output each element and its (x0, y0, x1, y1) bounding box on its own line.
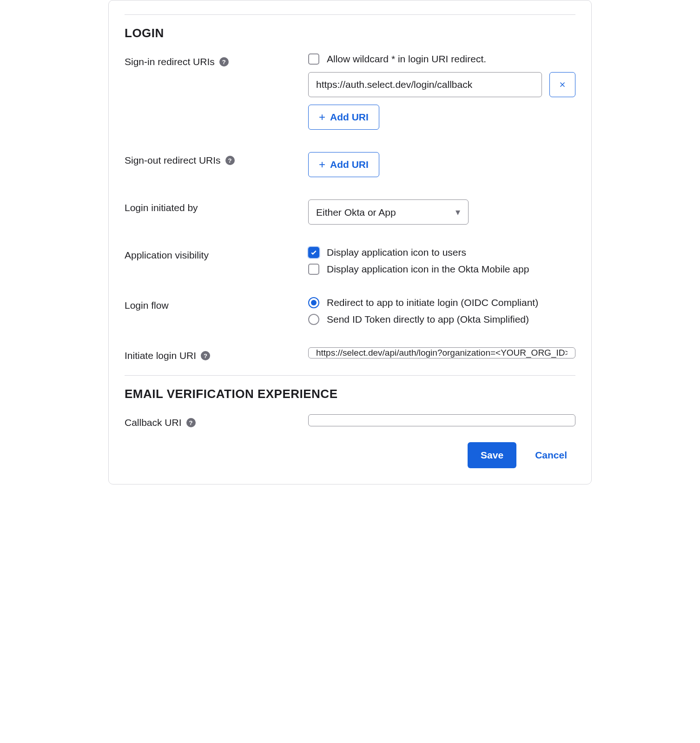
sign-in-uri-input[interactable] (308, 72, 542, 97)
help-icon[interactable]: ? (186, 418, 196, 427)
sign-out-redirect-controls: + Add URI (308, 152, 575, 177)
add-uri-label: Add URI (330, 159, 369, 170)
display-users-checkbox[interactable] (308, 247, 319, 258)
help-icon[interactable]: ? (225, 156, 235, 165)
callback-uri-label-col: Callback URI ? (125, 414, 308, 428)
login-initiated-label: Login initiated by (125, 202, 198, 213)
login-flow-controls: Redirect to app to initiate login (OIDC … (308, 297, 575, 325)
help-icon[interactable]: ? (219, 57, 229, 66)
login-flow-label-col: Login flow (125, 297, 308, 311)
login-flow-token-row: Send ID Token directly to app (Okta Simp… (308, 314, 575, 325)
callback-uri-label: Callback URI (125, 417, 182, 428)
add-sign-out-uri-button[interactable]: + Add URI (308, 152, 379, 177)
remove-uri-button[interactable] (549, 72, 575, 97)
plus-icon: + (319, 112, 325, 123)
login-initiated-select-wrap: Either Okta or App ▾ (308, 199, 469, 225)
save-button[interactable]: Save (468, 442, 516, 468)
allow-wildcard-row: Allow wildcard * in login URI redirect. (308, 53, 575, 65)
login-initiated-select[interactable]: Either Okta or App (308, 199, 469, 225)
app-visibility-label: Application visibility (125, 250, 209, 261)
login-flow-token-label: Send ID Token directly to app (Okta Simp… (327, 314, 529, 325)
initiate-login-label-col: Initiate login URI ? (125, 347, 308, 361)
display-users-label: Display application icon to users (327, 247, 466, 258)
initiate-login-row: Initiate login URI ? (125, 347, 575, 361)
sign-in-uri-row (308, 72, 575, 97)
sign-out-redirect-row: Sign-out redirect URIs ? + Add URI (125, 152, 575, 177)
close-icon (558, 80, 567, 89)
add-sign-in-uri-button[interactable]: + Add URI (308, 105, 379, 130)
allow-wildcard-checkbox[interactable] (308, 53, 319, 65)
login-initiated-row: Login initiated by Either Okta or App ▾ (125, 199, 575, 225)
display-users-row: Display application icon to users (308, 247, 575, 258)
login-flow-redirect-label: Redirect to app to initiate login (OIDC … (327, 297, 538, 308)
login-flow-redirect-radio[interactable] (308, 297, 319, 308)
email-verification-section-title: EMAIL VERIFICATION EXPERIENCE (125, 387, 575, 401)
sign-in-redirect-controls: Allow wildcard * in login URI redirect. … (308, 53, 575, 130)
sign-in-redirect-label: Sign-in redirect URIs (125, 56, 215, 67)
allow-wildcard-label: Allow wildcard * in login URI redirect. (327, 53, 486, 65)
display-mobile-label: Display application icon in the Okta Mob… (327, 264, 529, 275)
initiate-login-input[interactable] (308, 347, 575, 358)
display-mobile-row: Display application icon in the Okta Mob… (308, 264, 575, 275)
app-visibility-row: Application visibility Display applicati… (125, 247, 575, 275)
login-initiated-controls: Either Okta or App ▾ (308, 199, 575, 225)
login-section-title: LOGIN (125, 26, 575, 40)
cancel-button[interactable]: Cancel (535, 450, 575, 461)
login-flow-redirect-row: Redirect to app to initiate login (OIDC … (308, 297, 575, 308)
section-divider (125, 375, 575, 376)
callback-uri-input[interactable] (308, 414, 575, 426)
help-icon[interactable]: ? (201, 351, 210, 360)
check-icon (310, 249, 317, 256)
callback-uri-row: Callback URI ? (125, 414, 575, 428)
display-mobile-checkbox[interactable] (308, 264, 319, 275)
add-uri-label: Add URI (330, 112, 369, 123)
login-flow-row: Login flow Redirect to app to initiate l… (125, 297, 575, 325)
app-visibility-controls: Display application icon to users Displa… (308, 247, 575, 275)
login-initiated-label-col: Login initiated by (125, 199, 308, 213)
login-flow-label: Login flow (125, 300, 169, 311)
app-visibility-label-col: Application visibility (125, 247, 308, 261)
settings-panel: LOGIN Sign-in redirect URIs ? Allow wild… (108, 0, 592, 484)
plus-icon: + (319, 159, 325, 170)
section-divider (125, 14, 575, 15)
sign-in-redirect-row: Sign-in redirect URIs ? Allow wildcard *… (125, 53, 575, 130)
form-footer: Save Cancel (125, 442, 575, 468)
sign-in-redirect-label-col: Sign-in redirect URIs ? (125, 53, 308, 67)
callback-uri-controls (308, 414, 575, 426)
login-flow-token-radio[interactable] (308, 314, 319, 325)
sign-out-redirect-label: Sign-out redirect URIs (125, 155, 221, 166)
initiate-login-controls (308, 347, 575, 358)
sign-out-redirect-label-col: Sign-out redirect URIs ? (125, 152, 308, 166)
initiate-login-label: Initiate login URI (125, 350, 196, 361)
